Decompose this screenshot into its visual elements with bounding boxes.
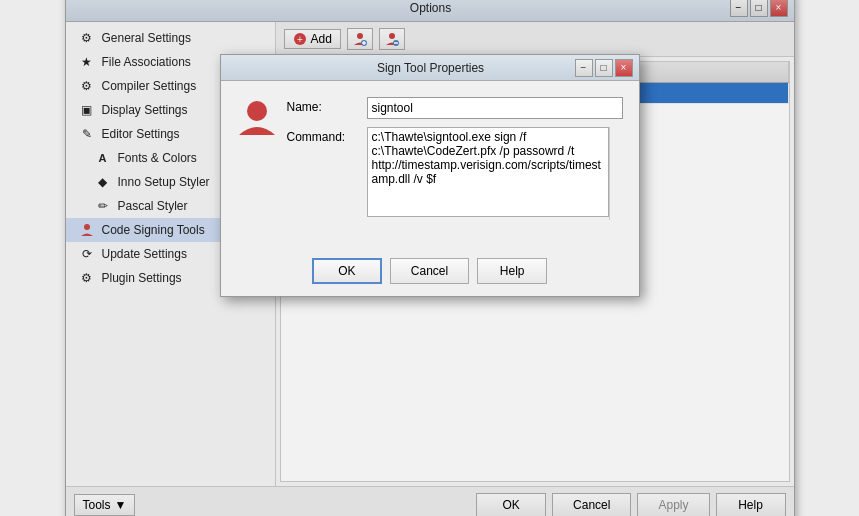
- textarea-scrollbar[interactable]: [609, 127, 623, 220]
- dialog-header-area: Name: Command:: [237, 97, 623, 228]
- command-label: Command:: [287, 127, 367, 144]
- dialog-close-button[interactable]: ×: [615, 59, 633, 77]
- svg-point-11: [247, 101, 267, 121]
- sign-tool-dialog: Sign Tool Properties − □ × Name:: [220, 54, 640, 297]
- dialog-body: Name: Command:: [221, 81, 639, 250]
- dialog-maximize-button[interactable]: □: [595, 59, 613, 77]
- dialog-controls: − □ ×: [575, 59, 633, 77]
- dialog-minimize-button[interactable]: −: [575, 59, 593, 77]
- dialog-ok-button[interactable]: OK: [312, 258, 382, 284]
- name-row: Name:: [287, 97, 623, 119]
- dialog-title-bar: Sign Tool Properties − □ ×: [221, 55, 639, 81]
- dialog-title: Sign Tool Properties: [287, 61, 575, 75]
- dialog-help-button[interactable]: Help: [477, 258, 547, 284]
- form-area: Name: Command:: [287, 97, 623, 228]
- command-textarea[interactable]: [367, 127, 609, 217]
- name-label: Name:: [287, 97, 367, 114]
- avatar-icon: [237, 97, 277, 137]
- dialog-overlay: Sign Tool Properties − □ × Name:: [66, 0, 794, 516]
- command-row: Command:: [287, 127, 623, 220]
- options-window: Options − □ × ⚙ General Settings ★ File …: [65, 0, 795, 516]
- dialog-buttons: OK Cancel Help: [221, 250, 639, 296]
- dialog-cancel-button[interactable]: Cancel: [390, 258, 469, 284]
- command-textarea-wrapper: [367, 127, 623, 220]
- name-input[interactable]: [367, 97, 623, 119]
